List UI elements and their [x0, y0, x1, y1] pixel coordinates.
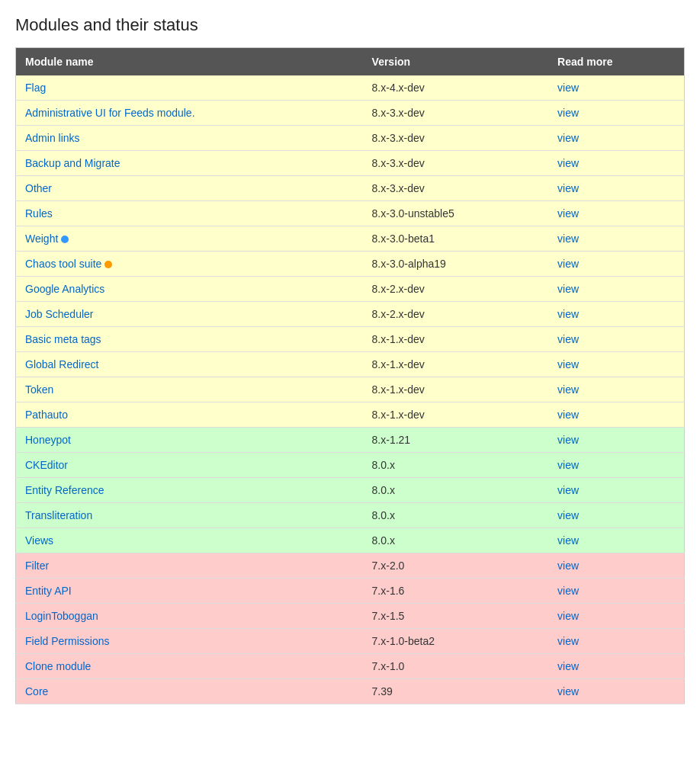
- table-row: CKEditor8.0.xview: [16, 453, 685, 478]
- view-link[interactable]: view: [557, 610, 579, 622]
- module-name: Transliteration: [25, 509, 92, 521]
- module-read-more[interactable]: view: [548, 352, 684, 377]
- module-name-cell: Rules: [16, 201, 363, 226]
- view-link[interactable]: view: [557, 509, 579, 521]
- view-link[interactable]: view: [557, 409, 579, 421]
- module-read-more[interactable]: view: [548, 553, 684, 579]
- table-row: Other8.x-3.x-devview: [16, 176, 685, 201]
- module-read-more[interactable]: view: [548, 629, 684, 654]
- module-name-cell: Google Analytics: [16, 277, 363, 302]
- table-row: Clone module7.x-1.0view: [16, 654, 685, 679]
- module-version: 8.x-3.0-alpha19: [363, 252, 549, 277]
- module-read-more[interactable]: view: [548, 201, 684, 226]
- view-link[interactable]: view: [557, 434, 579, 446]
- module-version: 8.x-1.x-dev: [363, 352, 549, 377]
- module-read-more[interactable]: view: [548, 528, 684, 553]
- view-link[interactable]: view: [557, 333, 579, 345]
- module-name-cell: Filter: [16, 553, 363, 579]
- view-link[interactable]: view: [557, 484, 579, 496]
- module-read-more[interactable]: view: [548, 75, 684, 101]
- module-read-more[interactable]: view: [548, 226, 684, 252]
- module-read-more[interactable]: view: [548, 252, 684, 277]
- module-read-more[interactable]: view: [548, 503, 684, 528]
- module-read-more[interactable]: view: [548, 176, 684, 201]
- module-name-cell: Pathauto: [16, 402, 363, 428]
- module-version: 8.x-1.x-dev: [363, 402, 549, 428]
- view-link[interactable]: view: [557, 534, 579, 547]
- view-link[interactable]: view: [557, 560, 579, 572]
- module-name-cell: Admin links: [16, 126, 363, 151]
- table-row: Core7.39view: [16, 679, 685, 704]
- module-name-cell: Views: [16, 528, 363, 553]
- module-version: 8.x-3.x-dev: [363, 151, 549, 176]
- module-name-cell: LoginToboggan: [16, 604, 363, 629]
- module-version: 8.x-1.x-dev: [363, 327, 549, 352]
- module-version: 7.x-1.0: [363, 654, 549, 679]
- module-read-more[interactable]: view: [548, 453, 684, 478]
- module-name-cell: Clone module: [16, 654, 363, 679]
- view-link[interactable]: view: [557, 459, 579, 471]
- module-name: Flag: [25, 82, 46, 94]
- module-name-cell: Entity API: [16, 579, 363, 604]
- view-link[interactable]: view: [557, 660, 579, 672]
- module-name: CKEditor: [25, 459, 68, 471]
- module-read-more[interactable]: view: [548, 327, 684, 352]
- table-row: Basic meta tags8.x-1.x-devview: [16, 327, 685, 352]
- module-name: Backup and Migrate: [25, 157, 120, 169]
- module-read-more[interactable]: view: [548, 126, 684, 151]
- module-version: 7.x-2.0: [363, 553, 549, 579]
- table-row: Flag8.x-4.x-devview: [16, 75, 685, 101]
- module-version: 8.x-2.x-dev: [363, 277, 549, 302]
- view-link[interactable]: view: [557, 207, 579, 220]
- module-name: Job Scheduler: [25, 308, 94, 320]
- module-read-more[interactable]: view: [548, 101, 684, 126]
- view-link[interactable]: view: [557, 585, 579, 597]
- module-read-more[interactable]: view: [548, 654, 684, 679]
- module-read-more[interactable]: view: [548, 151, 684, 176]
- module-name: Basic meta tags: [25, 333, 101, 345]
- module-name: Entity Reference: [25, 484, 104, 496]
- module-read-more[interactable]: view: [548, 679, 684, 704]
- module-name: Other: [25, 182, 52, 194]
- view-link[interactable]: view: [557, 107, 579, 119]
- table-row: Backup and Migrate8.x-3.x-devview: [16, 151, 685, 176]
- view-link[interactable]: view: [557, 383, 579, 396]
- module-name-cell: Flag: [16, 75, 363, 101]
- view-link[interactable]: view: [557, 82, 579, 94]
- module-name-cell: CKEditor: [16, 453, 363, 478]
- view-link[interactable]: view: [557, 157, 579, 169]
- module-read-more[interactable]: view: [548, 428, 684, 453]
- module-name: LoginToboggan: [25, 610, 98, 622]
- view-link[interactable]: view: [557, 182, 579, 194]
- view-link[interactable]: view: [557, 358, 579, 370]
- table-row: Job Scheduler8.x-2.x-devview: [16, 302, 685, 327]
- module-version: 8.0.x: [363, 453, 549, 478]
- module-read-more[interactable]: view: [548, 478, 684, 503]
- view-link[interactable]: view: [557, 258, 579, 270]
- module-name: Entity API: [25, 585, 72, 597]
- table-row: Token8.x-1.x-devview: [16, 377, 685, 402]
- module-read-more[interactable]: view: [548, 402, 684, 428]
- module-read-more[interactable]: view: [548, 579, 684, 604]
- module-read-more[interactable]: view: [548, 377, 684, 402]
- view-link[interactable]: view: [557, 283, 579, 295]
- module-version: 8.0.x: [363, 503, 549, 528]
- dot-orange-icon: [104, 261, 112, 268]
- module-name-cell: Chaos tool suite: [16, 252, 363, 277]
- module-read-more[interactable]: view: [548, 604, 684, 629]
- view-link[interactable]: view: [557, 635, 579, 647]
- view-link[interactable]: view: [557, 232, 579, 245]
- module-name: Core: [25, 685, 48, 697]
- module-read-more[interactable]: view: [548, 302, 684, 327]
- view-link[interactable]: view: [557, 132, 579, 144]
- module-name-cell: Other: [16, 176, 363, 201]
- table-row: Field Permissions7.x-1.0-beta2view: [16, 629, 685, 654]
- view-link[interactable]: view: [557, 308, 579, 320]
- module-name: Admin links: [25, 132, 80, 144]
- module-name: Honeypot: [25, 434, 71, 446]
- view-link[interactable]: view: [557, 685, 579, 697]
- table-header-row: Module name Version Read more: [16, 48, 685, 76]
- table-row: Admin links8.x-3.x-devview: [16, 126, 685, 151]
- module-name-cell: Token: [16, 377, 363, 402]
- module-read-more[interactable]: view: [548, 277, 684, 302]
